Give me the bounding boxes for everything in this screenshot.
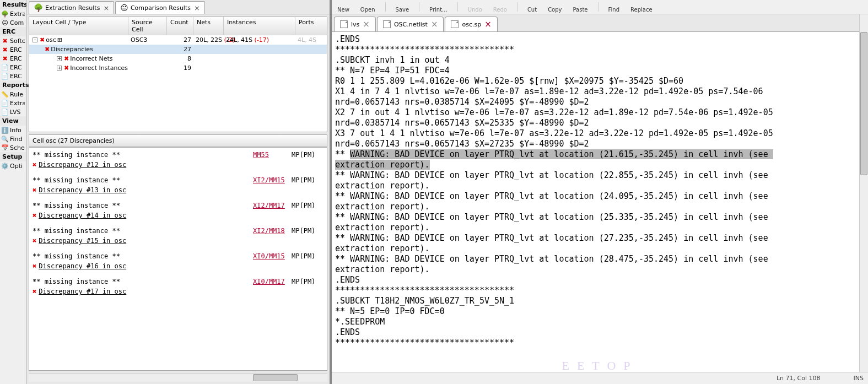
x-icon: ✖ xyxy=(64,64,69,72)
sidebar-item-find[interactable]: 🔍Find xyxy=(0,134,26,143)
document-icon xyxy=(451,20,459,28)
results-panel: 🌳Extraction Results×😐Comparison Results×… xyxy=(26,0,332,384)
sidebar-item-erc[interactable]: 📄ERC xyxy=(0,63,26,72)
x-icon: ✖ xyxy=(33,186,36,194)
toolbar-paste[interactable]: Paste xyxy=(571,7,590,14)
sidebar-item-com[interactable]: 😐Com xyxy=(0,18,26,27)
find-icon: 🔍 xyxy=(1,135,9,143)
toolbar-find[interactable]: Find xyxy=(606,7,622,14)
tree-row[interactable]: ✖ Discrepancies27 xyxy=(29,45,327,54)
column-header[interactable]: Instances xyxy=(224,17,295,35)
sidebar-item-extra[interactable]: 📄Extra xyxy=(0,99,26,107)
toolbar-print[interactable]: Print... xyxy=(427,7,450,14)
cursor-position: Ln 71, Col 108 xyxy=(777,375,821,382)
close-icon[interactable]: × xyxy=(431,19,438,29)
sidebar-heading: Setup xyxy=(0,152,26,161)
x-icon: ✖ xyxy=(1,55,9,62)
sidebar-item-rule[interactable]: 📏Rule xyxy=(0,90,26,99)
x-icon: ✖ xyxy=(33,237,36,245)
close-icon[interactable]: × xyxy=(194,4,200,12)
instance-ref[interactable]: XI0/MM17 xyxy=(253,278,292,285)
discrepancy-link[interactable]: Discrepancy #14 in osc xyxy=(39,212,126,219)
badge-icon: ⊞ xyxy=(57,36,62,44)
editor-tab-lvs[interactable]: lvs× xyxy=(334,17,376,31)
toolbar-new[interactable]: New xyxy=(335,7,352,14)
column-header[interactable]: Ports xyxy=(295,17,327,35)
document-icon xyxy=(383,20,391,28)
info-icon: ℹ️ xyxy=(1,126,9,134)
tree-panel: Layout Cell / TypeSource CellCountNetsIn… xyxy=(29,17,327,132)
column-header[interactable]: Layout Cell / Type xyxy=(29,17,128,35)
tree-row[interactable]: +✖ Incorrect Nets8 xyxy=(29,54,327,63)
discrepancy-block: ** missing instance **XI0/MM17 MP(PM)✖Di… xyxy=(29,277,327,296)
sidebar-item-lvs[interactable]: 📄LVS xyxy=(0,107,26,116)
sidebar-item-opti[interactable]: ⚙️Opti xyxy=(0,161,26,170)
sidebar-heading: View xyxy=(0,116,26,126)
editor-tab-oscsp[interactable]: osc.sp× xyxy=(445,17,497,31)
discrepancy-link[interactable]: Discrepancy #16 in osc xyxy=(39,262,126,270)
toolbar-copy[interactable]: Copy xyxy=(546,7,564,14)
doc-icon: 📄 xyxy=(1,72,9,80)
instance-ref[interactable]: XI2/MM17 xyxy=(253,202,292,209)
discrepancy-link[interactable]: Discrepancy #13 in osc xyxy=(39,186,126,194)
close-icon[interactable]: × xyxy=(484,19,492,29)
instance-ref[interactable]: XI2/MM15 xyxy=(253,176,292,184)
tree-toggle[interactable]: + xyxy=(57,56,62,61)
discrepancy-list[interactable]: ** missing instance **MM55 MP(PM)✖Discre… xyxy=(29,147,327,371)
sidebar-item-erc[interactable]: ✖ERC xyxy=(0,45,26,54)
close-icon[interactable]: × xyxy=(103,4,109,12)
column-header[interactable]: Count xyxy=(167,17,193,35)
sidebar-item-softc[interactable]: ✖Softc xyxy=(0,36,26,45)
x-icon: ✖ xyxy=(45,46,50,53)
tab-comparison-results[interactable]: 😐Comparison Results× xyxy=(115,1,205,14)
face-icon: 😐 xyxy=(120,3,128,12)
x-icon: ✖ xyxy=(64,55,69,62)
x-icon: ✖ xyxy=(33,262,36,270)
discrepancy-link[interactable]: Discrepancy #17 in osc xyxy=(39,288,126,295)
v-scrollbar[interactable] xyxy=(859,14,868,372)
toolbar-undo: Undo xyxy=(466,7,484,14)
h-scrollbar[interactable] xyxy=(29,373,327,382)
instance-ref[interactable]: XI0/MM15 xyxy=(253,252,292,260)
face-icon: 😐 xyxy=(1,19,9,26)
discrepancy-link[interactable]: Discrepancy #15 in osc xyxy=(39,237,126,245)
tab-extraction-results[interactable]: 🌳Extraction Results× xyxy=(29,1,114,14)
tree-toggle[interactable]: - xyxy=(33,37,37,42)
column-header[interactable]: Source Cell xyxy=(128,17,167,35)
sidebar-item-erc[interactable]: ✖ERC xyxy=(0,54,26,63)
document-icon xyxy=(340,20,348,28)
editor-body[interactable]: .ENDS **********************************… xyxy=(332,32,868,372)
rule-icon: 📏 xyxy=(1,90,9,98)
discrepancy-block: ** missing instance **XI0/MM15 MP(PM)✖Di… xyxy=(29,251,327,271)
instance-ref[interactable]: XI2/MM18 xyxy=(253,227,292,235)
tree-row[interactable]: +✖ Incorrect Instances19 xyxy=(29,63,327,73)
tree-toggle[interactable]: + xyxy=(57,66,62,71)
discrepancy-link[interactable]: Discrepancy #12 in osc xyxy=(39,161,126,169)
editor-panel: NewOpenSavePrint...UndoRedoCutCopyPasteF… xyxy=(332,0,868,384)
editor-tab-OSCnetlist[interactable]: OSC.netlist× xyxy=(377,17,444,31)
tree-icon: 🌳 xyxy=(34,3,43,12)
discrepancy-block: ** missing instance **XI2/MM17 MP(PM)✖Di… xyxy=(29,201,327,220)
status-bar: Ln 71, Col 108 INS xyxy=(332,372,868,384)
close-icon[interactable]: × xyxy=(363,19,370,29)
tree-row[interactable]: -✖ osc ⊞OSC32720L, 22S (-2)24L, 41S (-17… xyxy=(29,35,327,45)
instance-ref[interactable]: MM55 xyxy=(253,151,292,159)
x-icon: ✖ xyxy=(33,212,36,219)
toolbar-save[interactable]: Save xyxy=(393,7,412,14)
sidebar-item-sche[interactable]: 📅Sche xyxy=(0,143,26,152)
sidebar-heading: ERC xyxy=(0,27,26,36)
discrepancy-block: ** missing instance **XI2/MM18 MP(PM)✖Di… xyxy=(29,226,327,246)
sidebar-item-info[interactable]: ℹ️Info xyxy=(0,126,26,134)
sidebar-item-erc[interactable]: 📄ERC xyxy=(0,72,26,80)
column-header[interactable]: Nets xyxy=(193,17,224,35)
sidebar-item-extra[interactable]: 🌳Extra xyxy=(0,9,26,18)
toolbar-replace[interactable]: Replace xyxy=(628,7,655,14)
result-tabs: 🌳Extraction Results×😐Comparison Results× xyxy=(26,0,330,14)
sche-icon: 📅 xyxy=(1,144,9,152)
toolbar-cut[interactable]: Cut xyxy=(525,7,539,14)
left-sidebar: Results🌳Extra😐ComERC✖Softc✖ERC✖ERC📄ERC📄E… xyxy=(0,0,26,384)
x-icon: ✖ xyxy=(33,161,36,169)
toolbar-open[interactable]: Open xyxy=(358,7,378,14)
tree-header: Layout Cell / TypeSource CellCountNetsIn… xyxy=(29,17,327,35)
discrepancy-block: ** missing instance **MM55 MP(PM)✖Discre… xyxy=(29,150,327,170)
